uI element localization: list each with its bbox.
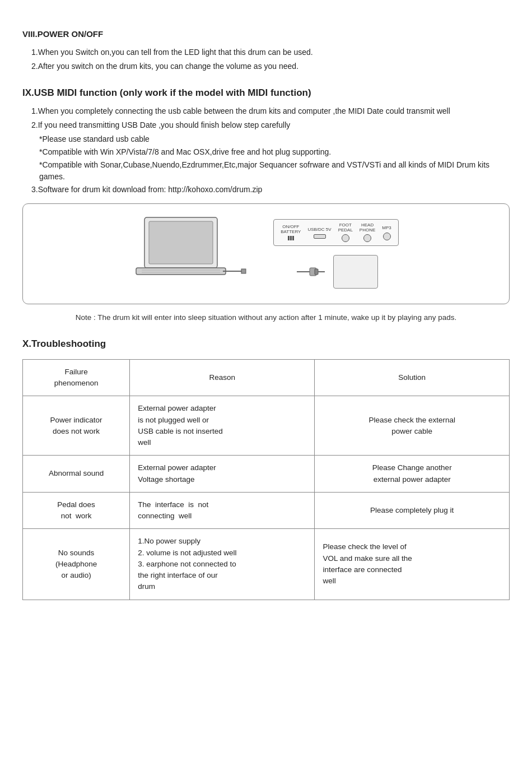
reason-3: The interface is notconnecting well xyxy=(130,492,315,529)
midi-item-3: 3.Software for drum kit download from: h… xyxy=(31,184,510,196)
table-header-row: Failurephenomenon Reason Solution xyxy=(23,359,510,396)
foot-pedal-icon xyxy=(342,234,349,242)
note-text: Note : The drum kit will enter into slee… xyxy=(22,312,510,323)
midi-title: IX.USB MIDI function (only work if the m… xyxy=(22,86,510,100)
usb-port-icon xyxy=(314,234,326,239)
troubleshoot-title: X.Troubleshooting xyxy=(22,337,510,351)
drum-pad-icon xyxy=(333,255,378,289)
header-failure: Failurephenomenon xyxy=(23,359,130,396)
svg-rect-1 xyxy=(149,221,213,264)
power-list: 1.When you Switch on,you can tell from t… xyxy=(22,47,510,72)
foot-pedal-control: FOOTPEDAL xyxy=(338,223,353,242)
solution-2: Please Change anotherexternal power adap… xyxy=(315,456,510,493)
solution-4: Please check the level ofVOL and make su… xyxy=(315,529,510,600)
midi-sub-2: *Compatible with Win XP/Vista/7/8 and Ma… xyxy=(39,146,510,158)
failure-3: Pedal doesnot work xyxy=(23,492,130,529)
reason-2: External power adapterVoltage shortage xyxy=(130,456,315,493)
mp3-control: MP3 xyxy=(382,225,391,240)
battery-bars-icon xyxy=(288,236,294,240)
midi-sub-1: *Please use standard usb cable xyxy=(39,133,510,145)
reason-4: 1.No power supply2. volume is not adjust… xyxy=(130,529,315,600)
table-row: No sounds(Headphoneor audio) 1.No power … xyxy=(23,529,510,600)
troubleshoot-table: Failurephenomenon Reason Solution Power … xyxy=(22,359,510,600)
failure-1: Power indicatordoes not work xyxy=(23,396,130,456)
power-title: VIII.POWER ON/OFF xyxy=(22,28,510,41)
solution-1: Please check the externalpower cable xyxy=(315,396,510,456)
power-section: VIII.POWER ON/OFF 1.When you Switch on,y… xyxy=(22,28,510,72)
midi-section: IX.USB MIDI function (only work if the m… xyxy=(22,86,510,324)
midi-sub-3: *Compatible with Sonar,Cubase,Nuendo,Ezd… xyxy=(39,159,510,183)
troubleshooting-section: X.Troubleshooting Failurephenomenon Reas… xyxy=(22,337,510,600)
failure-2: Abnormal sound xyxy=(23,456,130,493)
table-row: Pedal doesnot work The interface is notc… xyxy=(23,492,510,529)
headphone-icon xyxy=(363,234,371,242)
cable-pad-area xyxy=(294,255,378,289)
cable-plug-icon xyxy=(294,258,328,286)
midi-list: 1.When you completely connecting the usb… xyxy=(22,105,510,196)
header-solution: Solution xyxy=(315,359,510,396)
svg-rect-6 xyxy=(241,269,246,273)
svg-rect-9 xyxy=(315,269,318,275)
power-item-1: 1.When you Switch on,you can tell from t… xyxy=(31,47,510,58)
midi-item-1: 1.When you completely connecting the usb… xyxy=(31,105,510,117)
header-reason: Reason xyxy=(130,359,315,396)
usb-control: USB/DC 5V xyxy=(307,226,331,239)
failure-4: No sounds(Headphoneor audio) xyxy=(23,529,130,600)
headphone-control: HEADPHONE xyxy=(360,223,375,242)
solution-3: Please completely plug it xyxy=(315,492,510,529)
table-row: Abnormal sound External power adapterVol… xyxy=(23,456,510,493)
mp3-icon xyxy=(383,233,391,240)
control-panel: ON/OFFBATTERY USB/DC 5V FOOTPEDAL xyxy=(273,219,399,246)
device-controls-area: ON/OFFBATTERY USB/DC 5V FOOTPEDAL xyxy=(273,219,399,289)
svg-rect-2 xyxy=(136,268,226,275)
reason-1: External power adapteris not plugged wel… xyxy=(130,396,315,456)
onoff-control: ON/OFFBATTERY xyxy=(281,225,301,240)
midi-item-2: 2.If you need transmitting USB Date ,you… xyxy=(31,119,510,131)
power-item-2: 2.After you switch on the drum kits, you… xyxy=(31,61,510,72)
laptop-icon xyxy=(133,215,256,293)
diagram: ON/OFFBATTERY USB/DC 5V FOOTPEDAL xyxy=(22,203,510,304)
table-row: Power indicatordoes not work External po… xyxy=(23,396,510,456)
